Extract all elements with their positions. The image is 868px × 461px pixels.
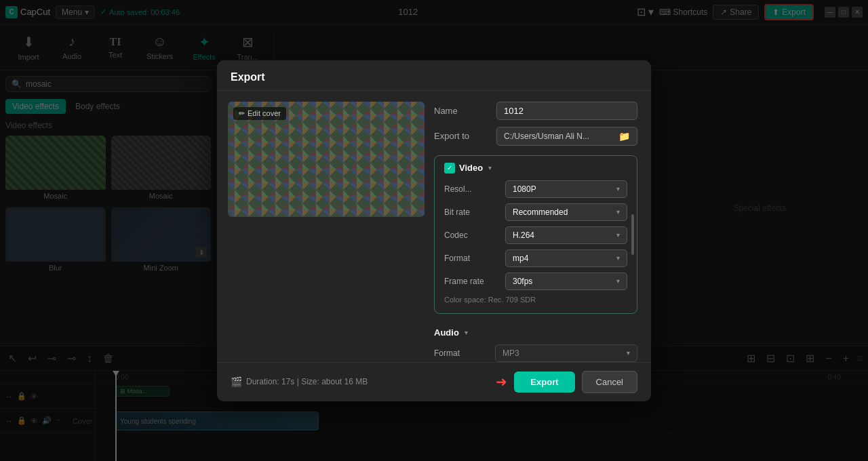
folder-icon[interactable]: 📁 (618, 131, 630, 142)
resolution-dropdown[interactable]: 1080P ▾ (505, 180, 627, 198)
video-check[interactable]: ✓ (444, 163, 455, 174)
export-to-label: Export to (434, 131, 488, 141)
edit-cover-button[interactable]: ✏ Edit cover (233, 107, 286, 120)
audio-section-header: Audio ▾ (434, 327, 637, 338)
dialog-overlay: Export ✏ Edit cover Name (0, 0, 868, 461)
audio-section-name: Audio (434, 327, 459, 338)
footer-buttons: ➜ Export Cancel (496, 371, 637, 393)
framerate-dropdown[interactable]: 30fps ▾ (505, 273, 627, 290)
audio-section: Audio ▾ Format MP3 ▾ (434, 321, 637, 362)
scroll-indicator (631, 214, 634, 255)
bitrate-row: Bit rate Recommended ▾ (444, 203, 627, 221)
video-section-header: ✓ Video ▾ (444, 163, 627, 174)
codec-row: Codec H.264 ▾ (444, 226, 627, 244)
codec-dropdown[interactable]: H.264 ▾ (505, 226, 627, 244)
name-input[interactable] (496, 102, 637, 120)
format-dropdown[interactable]: mp4 ▾ (505, 249, 627, 267)
export-path[interactable]: C:/Users/Usman Ali N... 📁 (496, 127, 637, 146)
footer-info: 🎬 Duration: 17s | Size: about 16 MB (231, 376, 368, 387)
dialog-title: Export (217, 60, 651, 91)
preview-cover: ✏ Edit cover (228, 102, 425, 217)
resolution-row: Resol... 1080P ▾ (444, 180, 627, 198)
dialog-preview: ✏ Edit cover (217, 91, 434, 362)
audio-format-row: Format MP3 ▾ (434, 344, 637, 362)
format-row: Format mp4 ▾ (444, 249, 627, 267)
dialog-footer: 🎬 Duration: 17s | Size: about 16 MB ➜ Ex… (217, 362, 651, 401)
export-dialog: Export ✏ Edit cover Name (217, 60, 651, 401)
export-to-row: Export to C:/Users/Usman Ali N... 📁 (434, 127, 637, 146)
video-section-arrow: ▾ (488, 164, 492, 172)
export-confirm-button[interactable]: Export (514, 372, 574, 393)
arrow-indicator: ➜ (496, 374, 507, 390)
dialog-settings: Name Export to C:/Users/Usman Ali N... 📁… (434, 91, 651, 362)
video-section: ✓ Video ▾ Resol... 1080P ▾ Bit r (434, 155, 637, 314)
name-label: Name (434, 106, 488, 116)
footer-info-text: Duration: 17s | Size: about 16 MB (246, 377, 368, 386)
cancel-button[interactable]: Cancel (582, 371, 637, 393)
name-row: Name (434, 102, 637, 120)
color-space: Color space: Rec. 709 SDR (444, 296, 627, 304)
video-section-name: Video (459, 163, 483, 173)
bitrate-dropdown[interactable]: Recommended ▾ (505, 203, 627, 221)
film-icon: 🎬 (231, 376, 242, 387)
audio-section-arrow: ▾ (465, 329, 468, 336)
framerate-row: Frame rate 30fps ▾ (444, 273, 627, 290)
dialog-body: ✏ Edit cover Name Export to C:/Users/Usm… (217, 91, 651, 362)
audio-format-dropdown[interactable]: MP3 ▾ (495, 344, 637, 362)
